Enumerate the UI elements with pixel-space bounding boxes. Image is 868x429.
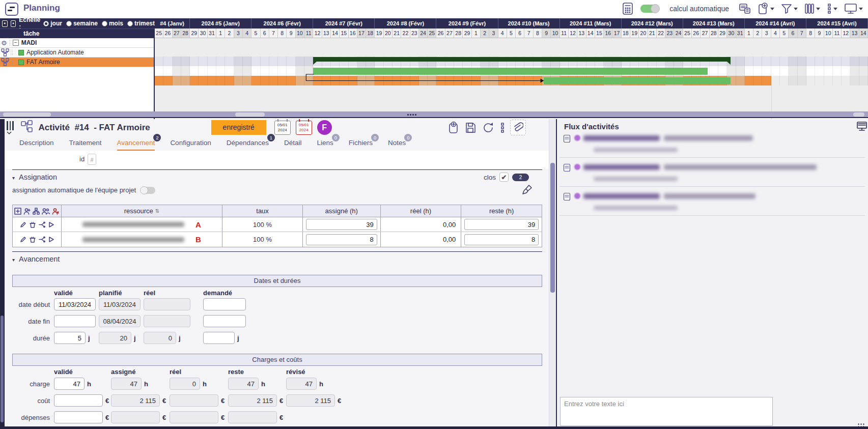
refresh-icon[interactable] xyxy=(482,122,495,134)
field-dépenses-0[interactable] xyxy=(54,411,103,423)
field-date-fin-3[interactable] xyxy=(203,315,246,327)
id-field[interactable]: # xyxy=(88,154,96,165)
gantt-bar-madi[interactable] xyxy=(313,57,731,62)
unit-label: € xyxy=(338,397,341,405)
remove-resource-icon[interactable] xyxy=(52,208,59,215)
field-date-début-3[interactable] xyxy=(203,298,246,310)
task-row-application-automate[interactable]: Application Automate xyxy=(0,48,154,58)
field-charge-0[interactable] xyxy=(54,378,85,390)
assigne-input[interactable] xyxy=(306,234,377,245)
splitter-grip[interactable] xyxy=(407,114,417,116)
col-header-ressource[interactable]: ressource ⇅ xyxy=(62,205,222,217)
report-icon[interactable] xyxy=(739,3,751,14)
split-icon[interactable] xyxy=(39,221,45,228)
gear-icon[interactable]: ⚙ xyxy=(1,39,7,47)
feed-comment-input[interactable] xyxy=(560,397,773,426)
tab-traitement[interactable]: Traitement xyxy=(69,139,102,151)
edit-icon[interactable] xyxy=(20,221,26,228)
tab-détail[interactable]: Détail xyxy=(284,139,302,151)
add-event-icon[interactable] xyxy=(758,3,774,15)
add-time-icon[interactable] xyxy=(448,121,459,134)
grid-cell xyxy=(261,76,269,85)
auto-calc-toggle[interactable] xyxy=(640,5,659,13)
reste-input[interactable] xyxy=(464,219,539,230)
grid-cell xyxy=(181,56,190,66)
gantt-bar-fat-armoire[interactable] xyxy=(544,77,731,84)
field-date-début-0[interactable] xyxy=(54,298,96,310)
grid-cell xyxy=(736,76,745,85)
task-row-fat-armoire[interactable]: FAT Armoire xyxy=(0,58,154,67)
task-row-madi[interactable]: ⚙−MADI xyxy=(0,38,154,48)
split-icon[interactable] xyxy=(39,236,45,243)
collapse-toggle[interactable]: − xyxy=(13,40,19,46)
field-label: dépenses xyxy=(4,414,50,421)
left-scrollbar-thumb[interactable] xyxy=(3,112,51,117)
tab-avancement[interactable]: Avancement2 xyxy=(117,139,155,151)
edit-icon[interactable] xyxy=(20,236,26,243)
day-header-cell: 1 xyxy=(472,28,481,38)
reel-value: 0,00 xyxy=(443,236,456,243)
detail-vertical-scrollbar[interactable] xyxy=(549,119,555,426)
save-icon[interactable] xyxy=(464,122,477,134)
assigne-input[interactable] xyxy=(306,219,377,230)
tab-dépendances[interactable]: Dépendances1 xyxy=(227,139,269,151)
delete-icon[interactable] xyxy=(30,221,36,228)
day-header-cell: 31 xyxy=(208,28,216,38)
week-header-cell: 2024 #14 (Avri) xyxy=(745,18,806,28)
scale-option-jour[interactable]: jour xyxy=(43,20,62,27)
panel-menu-icon[interactable] xyxy=(7,121,15,134)
col-header-taux[interactable]: taux xyxy=(222,205,303,217)
field-durée-3[interactable] xyxy=(203,332,235,344)
scale-option-trimest[interactable]: trimest xyxy=(127,20,155,27)
radio-icon[interactable] xyxy=(127,21,133,26)
field-date-fin-0[interactable] xyxy=(54,315,96,327)
drag-handle[interactable] xyxy=(10,49,13,56)
display-icon[interactable] xyxy=(844,3,863,14)
radio-icon[interactable] xyxy=(66,21,72,26)
horizontal-splitter[interactable] xyxy=(0,111,868,118)
attachment-dropzone[interactable] xyxy=(510,120,526,135)
field-date-fin-2 xyxy=(144,315,190,327)
col-header-reste[interactable]: reste (h) xyxy=(461,205,542,217)
tab-fichiers[interactable]: Fichiers0 xyxy=(349,139,373,151)
delete-icon[interactable] xyxy=(30,236,36,243)
field-coût-0[interactable] xyxy=(54,394,103,407)
expand-all-button[interactable]: ▪ xyxy=(11,20,16,27)
filter-icon[interactable] xyxy=(781,3,798,14)
drag-handle[interactable] xyxy=(10,59,13,66)
right-scrollbar-thumb[interactable] xyxy=(853,112,864,117)
scale-option-semaine[interactable]: semaine xyxy=(66,20,98,27)
auto-assign-toggle[interactable] xyxy=(141,187,155,194)
section-avancement[interactable]: Avancement xyxy=(12,255,60,263)
calculator-icon[interactable] xyxy=(622,2,634,15)
gantt-bar-application-automate[interactable] xyxy=(313,68,708,75)
radio-icon[interactable] xyxy=(102,21,107,26)
clean-assign-icon[interactable] xyxy=(522,184,533,197)
add-row-icon[interactable] xyxy=(14,208,21,215)
avatar[interactable]: F xyxy=(317,120,332,135)
screen-share-icon[interactable] xyxy=(856,121,867,133)
play-icon[interactable] xyxy=(48,221,54,228)
collapse-all-button[interactable]: ▪ xyxy=(2,20,8,27)
col-header-assigne[interactable]: assigné (h) xyxy=(303,205,381,217)
clos-checkbox[interactable]: ✔ xyxy=(499,173,509,182)
kebab-menu-icon[interactable] xyxy=(500,122,505,134)
play-icon[interactable] xyxy=(48,236,54,243)
radio-icon[interactable] xyxy=(43,21,49,26)
columns-icon[interactable] xyxy=(804,3,820,14)
drag-handle[interactable] xyxy=(9,40,11,46)
project-team-icon[interactable] xyxy=(42,208,50,215)
tab-configuration[interactable]: Configuration xyxy=(170,139,211,151)
tab-liens[interactable]: Liens0 xyxy=(317,139,333,151)
gantt-scrollbar-thumb[interactable] xyxy=(235,112,265,117)
team-structure-icon[interactable] xyxy=(33,208,40,215)
section-assignation[interactable]: Assignation xyxy=(12,173,57,181)
tab-notes[interactable]: Notes0 xyxy=(388,139,406,151)
add-resource-icon[interactable] xyxy=(23,208,31,215)
col-header-reel[interactable]: réel (h) xyxy=(381,205,462,217)
more-options-icon[interactable] xyxy=(827,3,837,14)
tab-description[interactable]: Description xyxy=(19,139,54,151)
field-durée-0[interactable] xyxy=(54,332,86,344)
scale-option-mois[interactable]: mois xyxy=(102,20,123,27)
reste-input[interactable] xyxy=(464,234,539,245)
